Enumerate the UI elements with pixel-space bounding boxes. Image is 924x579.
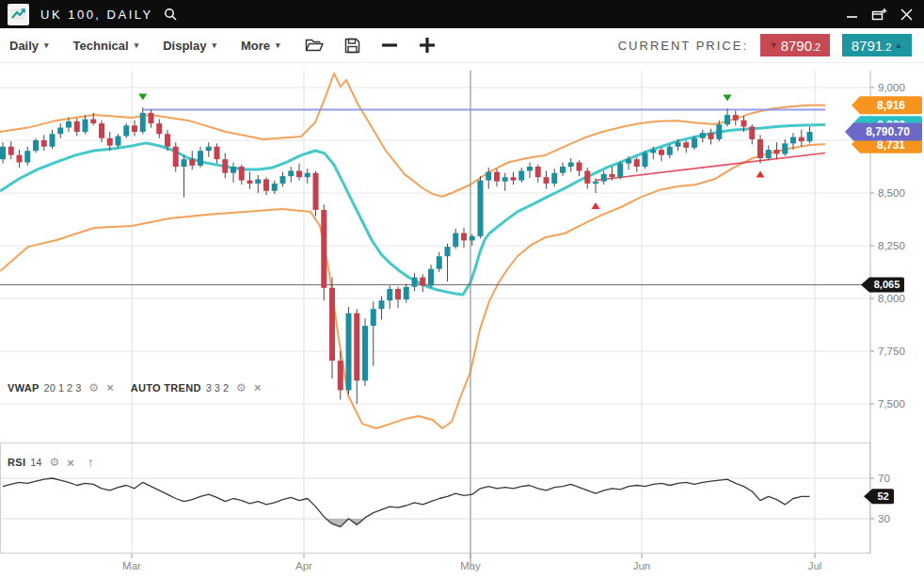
current-price-label: CURRENT PRICE: <box>618 39 748 53</box>
chevron-down-icon: ▾ <box>44 40 49 50</box>
svg-text:8,065: 8,065 <box>874 279 900 290</box>
menu-display[interactable]: Display ▾ <box>163 39 216 53</box>
chevron-down-icon: ▾ <box>212 40 216 50</box>
auto-trend-label: AUTO TREND <box>131 382 201 394</box>
svg-text:52: 52 <box>877 491 888 502</box>
minimize-button[interactable] <box>846 8 858 20</box>
remove-indicator-icon[interactable]: × <box>67 456 74 470</box>
gear-icon[interactable]: ⚙ <box>50 456 60 469</box>
chart-canvas[interactable]: MarAprMayJunJul9,0008,5008,2508,0007,750… <box>0 63 924 579</box>
move-panel-up-icon[interactable]: ↑ <box>88 455 94 470</box>
vwap-legend: VWAP 20 1 2 3 ⚙ × AUTO TREND 3 3 2 ⚙ × <box>8 380 261 394</box>
svg-text:Mar: Mar <box>122 560 141 571</box>
rsi-legend: RSI 14 ⚙ × ↑ <box>8 455 94 470</box>
menu-technical-label: Technical <box>73 39 129 53</box>
rsi-label: RSI <box>8 457 25 468</box>
svg-text:7,500: 7,500 <box>878 398 905 410</box>
svg-text:9,000: 9,000 <box>878 82 905 93</box>
auto-trend-params: 3 3 2 <box>206 382 229 394</box>
zoom-out-icon[interactable] <box>381 42 398 48</box>
chevron-down-icon: ▾ <box>135 40 139 50</box>
svg-text:8,500: 8,500 <box>878 187 905 199</box>
svg-text:8,250: 8,250 <box>878 240 905 251</box>
title-bar: UK 100, DAILY <box>0 0 924 28</box>
gear-icon[interactable]: ⚙ <box>236 381 247 394</box>
menu-technical[interactable]: Technical ▾ <box>73 39 139 53</box>
svg-text:Apr: Apr <box>295 560 312 571</box>
popout-button[interactable] <box>871 8 887 22</box>
arrow-down-icon: ▼ <box>770 40 778 50</box>
gear-icon[interactable]: ⚙ <box>88 381 99 394</box>
rsi-params: 14 <box>30 457 41 468</box>
menu-display-label: Display <box>163 39 206 53</box>
menu-daily-label: Daily <box>9 39 39 53</box>
svg-text:8,790.70: 8,790.70 <box>866 125 910 138</box>
chevron-down-icon: ▾ <box>276 40 280 50</box>
save-icon[interactable] <box>344 38 360 54</box>
open-folder-icon[interactable] <box>305 38 324 53</box>
zoom-in-icon[interactable] <box>419 37 436 54</box>
menu-daily[interactable]: Daily ▾ <box>9 39 49 53</box>
svg-text:30: 30 <box>878 513 890 524</box>
svg-text:Jul: Jul <box>808 560 822 571</box>
arrow-up-icon: ▲ <box>894 40 902 50</box>
menu-more-label: More <box>241 39 270 53</box>
svg-text:8,000: 8,000 <box>878 293 905 304</box>
svg-text:70: 70 <box>878 473 890 484</box>
svg-text:Jun: Jun <box>633 560 651 571</box>
remove-indicator-icon[interactable]: × <box>254 380 262 394</box>
sell-price-badge[interactable]: ▼ 8790.2 <box>760 34 830 56</box>
app-logo-icon <box>8 4 29 25</box>
svg-text:7,750: 7,750 <box>878 346 905 357</box>
remove-indicator-icon[interactable]: × <box>106 380 114 394</box>
vwap-params: 20 1 2 3 <box>44 382 82 394</box>
toolbar: Daily ▾ Technical ▾ Display ▾ More ▾ <box>0 28 924 63</box>
buy-price-badge[interactable]: 8791.2 ▲ <box>842 34 912 56</box>
vwap-label: VWAP <box>8 382 40 394</box>
close-button[interactable] <box>900 8 913 21</box>
menu-more[interactable]: More ▾ <box>241 39 280 53</box>
chart-title: UK 100, DAILY <box>40 8 153 22</box>
svg-text:8,916: 8,916 <box>877 99 905 112</box>
search-icon[interactable] <box>163 7 178 22</box>
